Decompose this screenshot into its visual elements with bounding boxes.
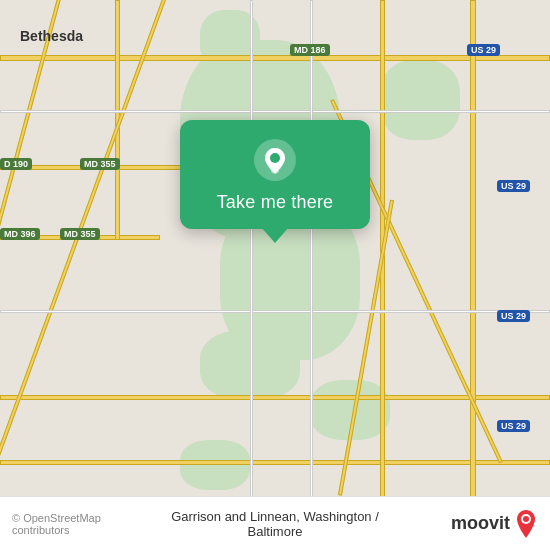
- location-text: Garrison and Linnean, Washington / Balti…: [144, 509, 407, 539]
- svg-point-6: [523, 516, 529, 522]
- moovit-pin-icon: [514, 510, 538, 538]
- road-label-md186: MD 186: [290, 44, 330, 56]
- road-label-md190: D 190: [0, 158, 32, 170]
- park-area-7: [180, 440, 250, 490]
- moovit-brand-text: moovit: [451, 513, 510, 534]
- moovit-logo: moovit: [407, 510, 539, 538]
- road-label-md396: MD 396: [0, 228, 40, 240]
- local-road-3: [250, 0, 253, 550]
- map-container: Bethesda MD 186 US 29 US 29 US 29 US 29 …: [0, 0, 550, 550]
- road-h1: [0, 55, 550, 61]
- take-me-there-button[interactable]: Take me there: [217, 192, 334, 213]
- local-road-4: [310, 0, 313, 550]
- local-road-2: [0, 310, 550, 313]
- road-label-us29c: US 29: [497, 310, 530, 322]
- road-v1: [470, 0, 476, 550]
- road-label-us29d: US 29: [497, 420, 530, 432]
- road-label-md355a: MD 355: [80, 158, 120, 170]
- park-area-3: [380, 60, 460, 140]
- road-label-us29a: US 29: [467, 44, 500, 56]
- copyright-text: © OpenStreetMap contributors: [12, 512, 144, 536]
- bottom-bar: © OpenStreetMap contributors Garrison an…: [0, 496, 550, 550]
- road-label-us29b: US 29: [497, 180, 530, 192]
- local-road-1: [0, 110, 550, 113]
- popup-card: Take me there: [180, 120, 370, 229]
- road-h5: [0, 460, 550, 465]
- city-label: Bethesda: [20, 28, 83, 44]
- road-label-md355b: MD 355: [60, 228, 100, 240]
- location-pin-icon: [253, 138, 297, 182]
- svg-point-4: [270, 153, 280, 163]
